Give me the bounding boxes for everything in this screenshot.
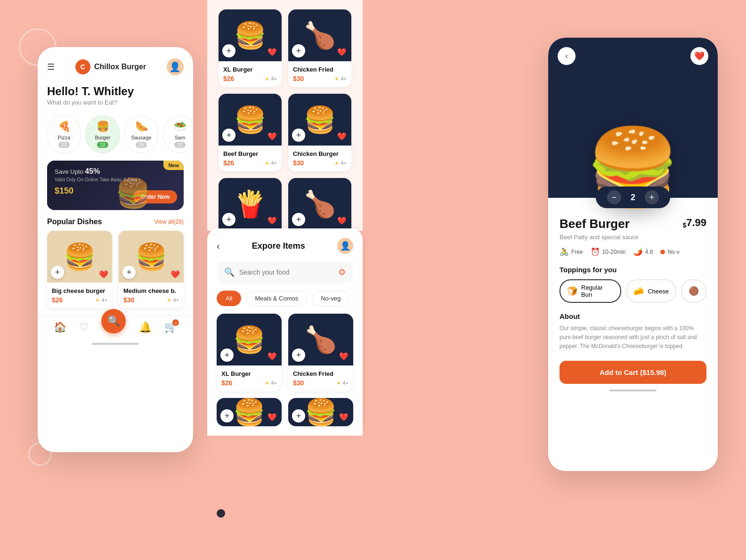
filter-noveg[interactable]: No-veg: [312, 291, 349, 306]
food-price: $30: [293, 379, 304, 387]
explore-food-card-chicken: 🍗 + ❤️ Chicken Fried $30 ★ 4+: [288, 314, 353, 391]
back-button[interactable]: ‹: [558, 47, 576, 65]
filter-all[interactable]: All: [217, 291, 241, 306]
food-name: XL Burger: [221, 370, 277, 377]
topping-label: Regular Bun: [581, 284, 614, 298]
explore-food-card-4: 🍔 + ❤️: [288, 398, 353, 426]
brand-logo-group: C Chillox Burger: [75, 59, 146, 74]
view-all-link[interactable]: View all(29): [154, 219, 184, 225]
food-card-beef-burger: 🍔 + ❤️ Beef Burger $26 ★ 4+: [219, 94, 282, 171]
popular-dishes-list: 🍔 + ❤️ Big cheese burger $26 ★ 4+ 🍔 + ❤️: [38, 231, 193, 308]
filter-icon[interactable]: ⚙: [338, 267, 346, 277]
quantity-decrease-button[interactable]: −: [607, 190, 621, 204]
food-card-image: 🍔 + ❤️: [217, 314, 282, 365]
food-name: Chicken Fried: [293, 66, 347, 73]
greeting-title: Hello! T. Whitley: [47, 85, 184, 98]
dish-image: 🍔 + ❤️: [119, 231, 184, 283]
promo-banner: Save Upto 45% Valid Only On Online Take …: [47, 161, 184, 210]
add-button[interactable]: +: [292, 44, 305, 57]
dish-card-1: 🍔 + ❤️ Big cheese burger $26 ★ 4+: [47, 231, 112, 308]
category-pizza[interactable]: 🍕 Pizza 12: [47, 115, 81, 153]
menu-icon[interactable]: ☰: [47, 62, 55, 72]
heart-icon[interactable]: ❤️: [268, 352, 277, 361]
food-rating: ★ 4+: [336, 380, 349, 386]
favorites-nav-icon[interactable]: ♡: [79, 321, 89, 333]
category-burger[interactable]: 🍔 Burger 22: [86, 115, 120, 153]
favorite-icon[interactable]: ❤️: [99, 270, 108, 279]
heart-icon[interactable]: ❤️: [337, 132, 347, 141]
category-sam[interactable]: 🥗 Sam 12: [163, 115, 193, 153]
topping-regular-bun[interactable]: 🍞 Regular Bun: [560, 279, 621, 303]
heart-icon[interactable]: ❤️: [268, 48, 277, 57]
chili-icon: 🌶️: [633, 247, 643, 256]
promo-badge: New: [163, 161, 184, 170]
food-grid-top: 🍔 + ❤️ XL Burger $26 ★ 4+ 🍗 + ❤️: [219, 5, 351, 231]
delivery-icon: 🚴: [560, 247, 569, 256]
category-count: 12: [58, 142, 69, 148]
back-button[interactable]: ‹: [217, 241, 220, 252]
add-to-cart-button[interactable]: Add to Cart ($15.98): [560, 361, 706, 384]
dish-rating: ★ 4+: [167, 297, 179, 303]
food-card-image: 🍗 + ❤️: [288, 9, 351, 61]
add-button[interactable]: +: [292, 213, 305, 226]
dish-name: Big cheese burger: [52, 287, 107, 294]
search-bar: 🔍 ⚙: [217, 261, 353, 283]
explore-food-card-xl: 🍔 + ❤️ XL Burger $26 ★ 4+: [217, 314, 282, 391]
food-name: XL Burger: [223, 66, 277, 73]
topping-extra[interactable]: 🟤: [681, 279, 706, 303]
food-name: Beef Burger: [223, 150, 277, 157]
add-button[interactable]: +: [222, 129, 235, 142]
search-nav-button[interactable]: 🔍: [101, 309, 126, 333]
add-button[interactable]: +: [292, 409, 305, 422]
add-to-cart-button[interactable]: +: [51, 266, 64, 279]
food-card-french-fries: 🍟 + ❤️ French Fries $26 ★ 4+: [219, 178, 282, 231]
food-rating: ★ 4+: [334, 160, 347, 166]
heart-icon[interactable]: ❤️: [268, 216, 277, 225]
phone-home-screen: ☰ C Chillox Burger 👤 Hello! T. Whitley W…: [38, 47, 193, 452]
cart-nav-icon[interactable]: 🛒 1: [164, 321, 177, 333]
heart-icon[interactable]: ❤️: [339, 413, 349, 422]
user-avatar[interactable]: 👤: [337, 238, 353, 254]
favorite-button[interactable]: ❤️: [690, 47, 708, 65]
search-input[interactable]: [239, 268, 333, 276]
category-sausage[interactable]: 🌭 Sausage 05: [124, 115, 158, 153]
add-to-cart-button[interactable]: +: [122, 266, 136, 279]
topping-label: Cheese: [648, 288, 669, 295]
food-card-image-partial: 🍔 + ❤️: [217, 398, 282, 426]
quantity-increase-button[interactable]: +: [645, 190, 659, 204]
filter-meals[interactable]: Meals & Comos: [246, 291, 307, 306]
notifications-nav-icon[interactable]: 🔔: [139, 321, 152, 333]
greeting-section: Hello! T. Whitley What do you want to Ea…: [38, 81, 193, 108]
heart-icon[interactable]: ❤️: [337, 216, 347, 225]
product-name: Beef Burger: [560, 217, 630, 231]
heart-icon[interactable]: ❤️: [339, 352, 349, 361]
user-avatar[interactable]: 👤: [167, 58, 184, 75]
quantity-control: − 2 +: [596, 187, 670, 208]
dot-icon: [660, 250, 665, 254]
bun-icon: 🍞: [567, 286, 577, 296]
topping-cheese[interactable]: 🧀 Cheese: [626, 279, 676, 303]
food-card-image: 🍔 + ❤️: [288, 94, 351, 146]
food-rating: ★ 4+: [334, 76, 347, 82]
add-button[interactable]: +: [220, 349, 234, 362]
product-meta: 🚴 Free ⏰ 10-20min 🌶️ 4.8 No-v: [560, 247, 706, 256]
add-button[interactable]: +: [292, 129, 305, 142]
popular-header: Popular Dishes View all(29): [38, 210, 193, 231]
food-card-naga-drums: 🍗 + ❤️ Naga Drums $30 ★ 4+: [288, 178, 351, 231]
heart-icon[interactable]: ❤️: [268, 132, 277, 141]
phone-mid-top: 🍔 + ❤️ XL Burger $26 ★ 4+ 🍗 + ❤️: [207, 0, 363, 231]
favorite-icon[interactable]: ❤️: [170, 270, 180, 279]
add-button[interactable]: +: [222, 213, 235, 226]
food-card-image: 🍔 + ❤️: [219, 9, 282, 61]
add-button[interactable]: +: [292, 349, 305, 362]
heart-icon[interactable]: ❤️: [337, 48, 347, 57]
pizza-icon: 🍕: [58, 121, 71, 133]
search-icon: 🔍: [224, 267, 235, 277]
sausage-icon: 🌭: [135, 121, 148, 133]
add-button[interactable]: +: [222, 44, 235, 57]
home-indicator: [92, 343, 139, 345]
home-nav-icon[interactable]: 🏠: [54, 321, 66, 333]
add-button[interactable]: +: [220, 409, 234, 422]
heart-icon[interactable]: ❤️: [268, 413, 277, 422]
product-detail-body: Beef Burger $7.99 Beef Patty and special…: [548, 198, 718, 401]
